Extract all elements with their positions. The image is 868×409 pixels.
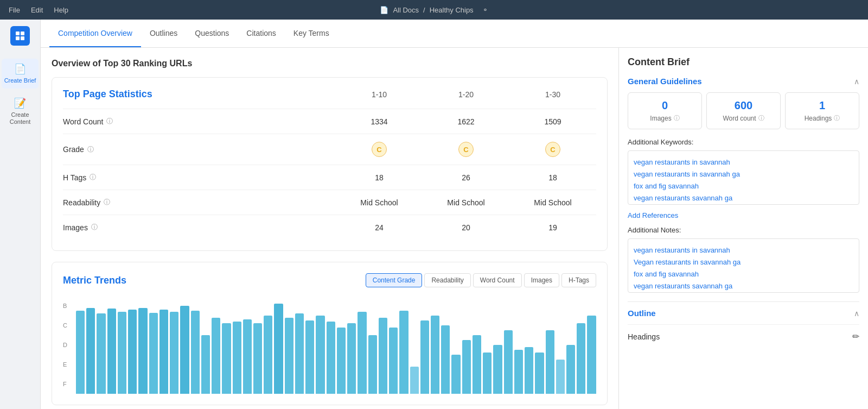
app-logo — [10, 26, 30, 46]
menu-bar: File Edit Help 📄 All Docs / Healthy Chip… — [0, 0, 868, 20]
chart-bar — [86, 308, 95, 394]
stats-row-images: Images ⓘ 24 20 19 — [63, 215, 596, 240]
file-menu[interactable]: File — [9, 6, 20, 14]
chart-bar — [441, 325, 450, 394]
edit-menu[interactable]: Edit — [31, 6, 43, 14]
stats-row-htags: H Tags ⓘ 18 26 18 — [63, 165, 596, 190]
images-val-1: 24 — [336, 223, 423, 232]
keyword-4: vegan restaurants savannah ga — [634, 192, 853, 204]
sidebar-item-create-content[interactable]: 📝 Create Content — [2, 93, 39, 130]
sidebar-item-create-brief[interactable]: 📄 Create Brief — [2, 59, 39, 89]
chart-bar — [305, 320, 314, 394]
images-info-icon[interactable]: ⓘ — [91, 223, 98, 232]
col-header-1-20: 1-20 — [423, 90, 509, 99]
grade-val-3: C — [509, 142, 596, 157]
chart-bar — [97, 313, 105, 394]
all-docs-link[interactable]: All Docs — [393, 6, 419, 14]
htags-val-3: 18 — [509, 173, 596, 182]
tab-questions[interactable]: Questions — [186, 20, 238, 47]
chart-container: B C D E F — [63, 296, 596, 394]
chart-bar — [274, 304, 283, 394]
chart-bar — [473, 335, 481, 394]
content-brief-title: Content Brief — [628, 56, 859, 68]
note-1: vegan restaurants in savannah — [634, 244, 853, 256]
chart-bar — [566, 345, 575, 394]
word-count-val-3: 1509 — [509, 117, 596, 126]
y-label-e: E — [63, 361, 74, 368]
grade-val-1: C — [336, 142, 423, 157]
guidelines-collapse-icon[interactable]: ∧ — [854, 77, 859, 86]
outline-collapse-icon[interactable]: ∧ — [854, 309, 859, 318]
note-3: fox and fig savannah — [634, 268, 853, 280]
notes-box: vegan restaurants in savannah Vegan rest… — [628, 238, 859, 293]
stats-row-readability: Readability ⓘ Mid School Mid School Mid … — [63, 190, 596, 215]
keyword-3: fox and fig savannah — [634, 180, 853, 192]
chart-bars-area — [76, 296, 596, 394]
chart-bar — [577, 323, 585, 394]
chart-bar — [556, 360, 565, 394]
add-references-link[interactable]: Add References — [628, 211, 859, 219]
trends-tab-content-grade[interactable]: Content Grade — [366, 273, 423, 287]
chart-bar — [368, 335, 377, 394]
trends-tab-word-count[interactable]: Word Count — [473, 273, 522, 287]
readability-val-1: Mid School — [336, 198, 423, 207]
general-guidelines-title: General Guidelines — [628, 77, 702, 86]
chart-bar — [525, 347, 533, 394]
readability-info-icon[interactable]: ⓘ — [104, 198, 110, 207]
col-header-1-10: 1-10 — [336, 90, 423, 99]
chart-bar — [264, 316, 272, 394]
headings-label: Headings ⓘ — [792, 114, 852, 122]
readability-val-2: Mid School — [423, 198, 509, 207]
word-count-card-info-icon[interactable]: ⓘ — [758, 114, 764, 122]
chart-bar — [76, 311, 85, 394]
note-4: vegan restaurants savannah ga — [634, 280, 853, 292]
grade-info-icon[interactable]: ⓘ — [87, 145, 94, 154]
headings-card-info-icon[interactable]: ⓘ — [834, 114, 840, 122]
outline-header: Outline ∧ — [628, 309, 859, 318]
general-guidelines-header: General Guidelines ∧ — [628, 77, 859, 86]
svg-rect-2 — [16, 36, 20, 40]
trends-tab-htags[interactable]: H-Tags — [561, 273, 596, 287]
col-header-1-30: 1-30 — [509, 90, 596, 99]
tab-outlines[interactable]: Outlines — [141, 20, 186, 47]
htags-info-icon[interactable]: ⓘ — [90, 173, 96, 182]
headings-edit-icon[interactable]: ✏ — [852, 331, 859, 342]
images-card-info-icon[interactable]: ⓘ — [674, 114, 680, 122]
chart-bar — [170, 312, 178, 394]
trends-section: Metric Trends Content Grade Readability … — [52, 262, 608, 405]
trends-tab-readability[interactable]: Readability — [424, 273, 470, 287]
word-count-info-icon[interactable]: ⓘ — [106, 117, 113, 126]
row-label-images: Images ⓘ — [63, 223, 336, 232]
grade-badge-3: C — [545, 142, 560, 157]
images-label: Images ⓘ — [635, 114, 695, 122]
chart-bar — [462, 340, 471, 394]
general-guidelines-section: General Guidelines ∧ 0 Images ⓘ 600 — [628, 77, 859, 293]
images-val-2: 20 — [423, 223, 509, 232]
chart-bar — [295, 313, 304, 394]
chart-bar — [128, 310, 137, 394]
images-val-3: 19 — [509, 223, 596, 232]
left-sidebar: 📄 Create Brief 📝 Create Content — [0, 20, 41, 409]
chart-bar — [222, 323, 231, 394]
headings-value: 1 — [792, 99, 852, 112]
row-label-word-count: Word Count ⓘ — [63, 117, 336, 126]
tab-competition-overview[interactable]: Competition Overview — [49, 20, 141, 47]
row-label-grade: Grade ⓘ — [63, 145, 336, 154]
row-label-htags: H Tags ⓘ — [63, 173, 336, 182]
row-label-readability: Readability ⓘ — [63, 198, 336, 207]
chart-bar — [201, 335, 210, 394]
trends-header: Metric Trends Content Grade Readability … — [63, 273, 596, 287]
trends-tab-images[interactable]: Images — [524, 273, 559, 287]
tab-citations[interactable]: Citations — [238, 20, 284, 47]
keyword-1: vegan restaurants in savannah — [634, 156, 853, 168]
keyword-5: vegan restaurants savannah — [634, 204, 853, 205]
chart-bar — [379, 318, 387, 394]
note-2: Vegan restaurants in savannah ga — [634, 256, 853, 268]
keywords-box: vegan restaurants in savannah vegan rest… — [628, 150, 859, 205]
chart-bar — [191, 311, 200, 394]
breadcrumb-separator: / — [423, 6, 425, 14]
chart-bar — [514, 350, 523, 394]
help-menu[interactable]: Help — [54, 6, 68, 14]
tab-key-terms[interactable]: Key Terms — [285, 20, 338, 47]
share-icon[interactable]: ⚬ — [482, 6, 488, 14]
